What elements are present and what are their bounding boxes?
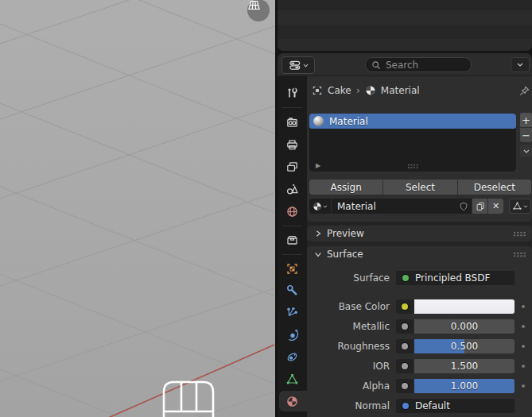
outliner-region[interactable] bbox=[278, 0, 532, 51]
remove-slot-button[interactable]: − bbox=[520, 128, 532, 142]
new-material-copy-button[interactable] bbox=[472, 199, 487, 214]
normal-menu-value: Default bbox=[415, 400, 450, 411]
socket-chip bbox=[396, 339, 414, 353]
breadcrumb-object-name[interactable]: Cake bbox=[328, 85, 351, 96]
decorator-dot[interactable] bbox=[522, 305, 525, 308]
properties-editor: Search bbox=[278, 53, 532, 417]
tab-render[interactable] bbox=[278, 112, 307, 133]
tab-tool[interactable] bbox=[278, 83, 307, 103]
search-input[interactable]: Search bbox=[365, 57, 472, 72]
surface-panel-header[interactable]: Surface bbox=[307, 246, 532, 262]
property-label: Alpha bbox=[307, 380, 390, 392]
tool-icon bbox=[285, 87, 299, 100]
search-placeholder: Search bbox=[386, 60, 418, 71]
tab-scene[interactable] bbox=[278, 179, 307, 199]
tab-separator bbox=[282, 226, 302, 226]
outliner-row-stripe bbox=[278, 10, 532, 25]
unlink-material-button[interactable]: ✕ bbox=[488, 199, 503, 214]
tab-separator bbox=[282, 107, 302, 108]
normal-menu[interactable]: Default bbox=[396, 399, 515, 413]
shader-menu-value: Principled BSDF bbox=[415, 272, 490, 284]
roughness-slider[interactable]: 0.500 bbox=[414, 339, 515, 353]
select-button[interactable]: Select bbox=[383, 180, 456, 195]
shader-socket-icon bbox=[402, 275, 409, 281]
material-slots-section: Cake › Material Material bbox=[307, 76, 532, 222]
perspective-toggle-button[interactable] bbox=[247, 0, 270, 21]
material-datablock-row: Material ✕ bbox=[309, 199, 531, 214]
grid-perspective-icon bbox=[247, 0, 261, 11]
chevron-down-icon bbox=[314, 250, 322, 258]
property-label: Normal bbox=[307, 400, 390, 411]
pin-icon[interactable] bbox=[518, 85, 530, 97]
preview-panel-header[interactable]: Preview bbox=[307, 226, 532, 241]
material-sphere-icon bbox=[313, 202, 322, 211]
editor-type-button[interactable] bbox=[282, 56, 315, 74]
viewport-3d[interactable] bbox=[0, 0, 275, 417]
material-preview-sphere-icon bbox=[313, 116, 324, 126]
header-options-button[interactable] bbox=[511, 57, 530, 72]
shader-menu[interactable]: Principled BSDF bbox=[396, 271, 515, 285]
tab-particles[interactable] bbox=[278, 302, 307, 322]
decorator-dot[interactable] bbox=[522, 325, 525, 328]
value-socket-icon bbox=[402, 383, 408, 389]
material-slot-list[interactable]: Material ▶ bbox=[309, 114, 516, 172]
property-row-surface: Surface Principled BSDF bbox=[307, 271, 532, 285]
tab-material[interactable] bbox=[278, 391, 307, 411]
chevron-down-icon bbox=[323, 205, 328, 208]
material-slot-row[interactable]: Material bbox=[309, 114, 516, 129]
outliner-row-stripe bbox=[278, 39, 532, 51]
shield-icon bbox=[459, 201, 468, 212]
properties-editor-icon bbox=[289, 59, 301, 71]
surface-panel: Surface Surface Principled BSDF Base Col… bbox=[307, 246, 532, 417]
object-icon bbox=[285, 262, 299, 276]
list-expand-triangle-icon[interactable]: ▶ bbox=[316, 163, 320, 169]
tab-physics[interactable] bbox=[278, 324, 307, 345]
decorator-dot[interactable] bbox=[522, 345, 525, 348]
list-resize-grip[interactable] bbox=[407, 164, 418, 168]
slot-specials-button[interactable] bbox=[520, 145, 532, 157]
panel-title: Surface bbox=[327, 249, 363, 260]
tab-world[interactable] bbox=[278, 201, 307, 222]
socket-chip bbox=[396, 319, 414, 334]
alpha-slider[interactable]: 1.000 bbox=[414, 379, 515, 393]
x-axis-line bbox=[0, 345, 274, 417]
material-name-field[interactable]: Material bbox=[332, 199, 456, 214]
decorator-dot[interactable] bbox=[522, 384, 525, 388]
link-target-dropdown[interactable] bbox=[509, 199, 531, 214]
ior-slider[interactable]: 1.500 bbox=[414, 359, 515, 373]
decorator-dot[interactable] bbox=[522, 365, 525, 368]
panel-drag-grip[interactable] bbox=[513, 231, 526, 237]
properties-main: Cake › Material Material bbox=[307, 76, 532, 417]
socket-chip bbox=[396, 379, 414, 393]
properties-header: Search bbox=[278, 53, 532, 76]
copy-icon bbox=[476, 201, 485, 211]
tab-modifiers[interactable] bbox=[278, 280, 307, 300]
tab-output[interactable] bbox=[278, 134, 307, 155]
material-sphere-icon bbox=[365, 85, 376, 96]
slider-value: 0.500 bbox=[414, 339, 515, 353]
panel-drag-grip[interactable] bbox=[513, 252, 526, 257]
viewport-grid bbox=[0, 0, 275, 417]
property-row-normal: Normal Default bbox=[307, 399, 532, 413]
modifiers-wrench-icon bbox=[285, 284, 299, 297]
deselect-button[interactable]: Deselect bbox=[458, 180, 531, 195]
chevron-down-icon bbox=[303, 64, 309, 68]
socket-chip bbox=[396, 359, 414, 373]
property-row-ior: IOR 1.500 bbox=[307, 359, 532, 373]
collection-icon bbox=[285, 234, 299, 247]
browse-material-button[interactable] bbox=[309, 199, 331, 214]
tab-object[interactable] bbox=[278, 258, 307, 279]
fake-user-shield-button[interactable] bbox=[456, 199, 472, 214]
metallic-slider[interactable]: 0.000 bbox=[414, 319, 515, 334]
tab-view-layer[interactable] bbox=[278, 156, 307, 177]
breadcrumb-datablock-name[interactable]: Material bbox=[381, 85, 420, 96]
tab-constraints[interactable] bbox=[278, 346, 307, 367]
tab-collection[interactable] bbox=[278, 230, 307, 250]
search-icon bbox=[371, 60, 381, 70]
base-color-swatch[interactable] bbox=[414, 299, 515, 314]
property-row-metallic: Metallic 0.000 bbox=[307, 319, 532, 334]
assign-button[interactable]: Assign bbox=[309, 180, 382, 195]
add-slot-button[interactable]: + bbox=[520, 113, 532, 127]
tab-object-data[interactable] bbox=[278, 369, 307, 389]
physics-icon bbox=[285, 328, 299, 342]
